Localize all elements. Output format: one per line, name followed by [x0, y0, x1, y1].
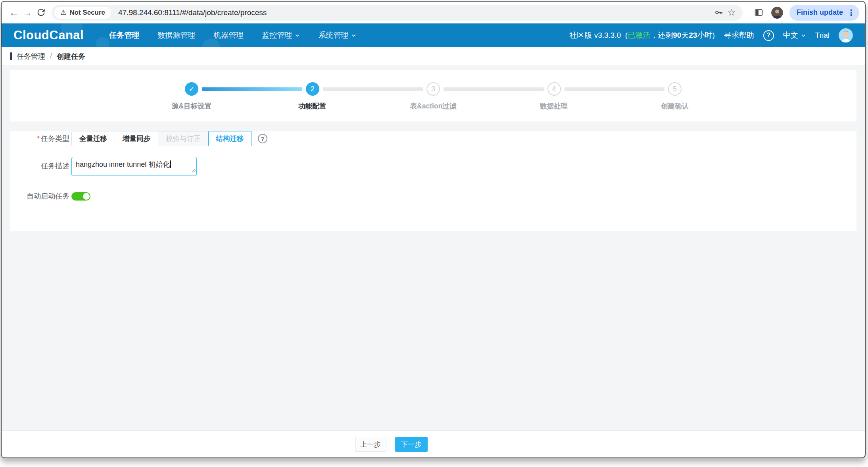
- text-caret: [170, 160, 171, 168]
- step-label-3: 表&action过滤: [410, 101, 457, 111]
- next-step-button[interactable]: 下一步: [395, 437, 428, 452]
- step-connector: [444, 87, 544, 91]
- task-description-controls: hangzhou inner tunnel 初始化: [71, 157, 197, 176]
- breadcrumb-accent-bar: [10, 52, 12, 60]
- task-type-row: *任务类型 全量迁移 增量同步 校验与订正 结构迁移 ?: [10, 131, 856, 146]
- not-secure-chip[interactable]: ⚠ Not Secure: [54, 7, 111, 19]
- step-label-1: 源&目标设置: [172, 101, 211, 111]
- decorative-circle: [96, 37, 109, 47]
- task-description-textarea[interactable]: hangzhou inner tunnel 初始化: [71, 157, 197, 176]
- task-type-incremental-sync-button[interactable]: 增量同步: [115, 131, 158, 146]
- task-type-label: *任务类型: [10, 134, 69, 143]
- browser-window: ← → ⚠ Not Secure 47.98.244.60:8111/#/dat…: [1, 1, 866, 458]
- browser-menu-icon[interactable]: ⋮: [847, 8, 855, 17]
- task-description-row: 任务描述 hangzhou inner tunnel 初始化: [10, 157, 856, 176]
- hours-remaining: 23: [689, 31, 697, 39]
- step-circle-2: 2: [306, 82, 319, 96]
- breadcrumb-current: 创建任务: [57, 52, 85, 61]
- main-content: ✓ 2 3 4 5 源&目标设置 功能配置 表&action过滤 数据处理 创建…: [2, 65, 865, 430]
- hours-unit: 小时: [697, 31, 712, 39]
- step-connector: [202, 87, 302, 91]
- stepper-track: ✓ 2 3 4 5: [185, 82, 682, 96]
- nav-item-machine-management[interactable]: 机器管理: [213, 30, 244, 41]
- chevron-down-icon: [351, 33, 356, 38]
- finish-update-label: Finish update: [797, 8, 843, 17]
- step-label-2: 功能配置: [298, 101, 326, 111]
- help-icon[interactable]: ?: [763, 30, 774, 41]
- task-type-help-icon[interactable]: ?: [258, 134, 267, 143]
- nav-item-label: 系统管理: [318, 30, 348, 41]
- edition-label: 社区版 v3.3.3.0: [569, 31, 621, 39]
- remain-label: 还剩: [658, 31, 673, 39]
- days-remaining: 90: [673, 31, 681, 39]
- browser-back-button[interactable]: ←: [7, 6, 21, 19]
- warning-icon: ⚠: [60, 8, 66, 17]
- license-info: 社区版 v3.3.3.0 (已激活，还剩90天23小时): [569, 30, 714, 41]
- cloudcanal-logo[interactable]: CloudCanal: [13, 28, 84, 42]
- task-config-form: *任务类型 全量迁移 增量同步 校验与订正 结构迁移 ? 任务描述 hangzh…: [10, 131, 856, 231]
- step-label-4: 数据处理: [540, 101, 568, 111]
- wizard-stepper: ✓ 2 3 4 5 源&目标设置 功能配置 表&action过滤 数据处理 创建…: [185, 70, 682, 111]
- task-type-button-group: 全量迁移 增量同步 校验与订正 结构迁移: [71, 131, 252, 146]
- browser-forward-button[interactable]: →: [21, 6, 34, 19]
- app-header: CloudCanal 任务管理 数据源管理 机器管理 监控管理 系统管理 社区版…: [2, 23, 865, 47]
- auto-start-toggle[interactable]: [71, 192, 90, 201]
- language-selector[interactable]: 中文: [783, 30, 806, 41]
- task-type-structure-migration-button[interactable]: 结构迁移: [208, 131, 252, 146]
- task-description-value: hangzhou inner tunnel 初始化: [76, 160, 170, 168]
- user-avatar[interactable]: [839, 28, 853, 42]
- step-circle-4: 4: [547, 82, 561, 96]
- url-text: 47.98.244.60:8111/#/data/job/create/proc…: [118, 8, 267, 17]
- bracket: ): [712, 31, 714, 39]
- chevron-down-icon: [801, 33, 806, 38]
- task-description-label: 任务描述: [10, 161, 69, 171]
- not-secure-label: Not Secure: [69, 9, 105, 17]
- step-circle-5: 5: [668, 82, 682, 96]
- breadcrumb-section[interactable]: 任务管理: [17, 52, 45, 61]
- language-label: 中文: [783, 30, 798, 41]
- stepper-card: ✓ 2 3 4 5 源&目标设置 功能配置 表&action过滤 数据处理 创建…: [10, 70, 856, 122]
- nav-item-label: 监控管理: [262, 30, 292, 41]
- nav-item-datasource-management[interactable]: 数据源管理: [157, 30, 195, 41]
- step-label-5: 创建确认: [661, 101, 689, 111]
- chevron-down-icon: [295, 33, 300, 38]
- breadcrumb-separator: /: [50, 52, 52, 60]
- step-connector: [323, 87, 423, 91]
- wizard-footer: 上一步 下一步: [2, 430, 865, 457]
- auto-start-label: 自动启动任务: [10, 191, 69, 201]
- breadcrumb: 任务管理 / 创建任务: [2, 47, 865, 65]
- textarea-resize-handle[interactable]: [192, 166, 196, 175]
- bookmark-star-icon[interactable]: ☆: [725, 6, 738, 19]
- browser-reload-button[interactable]: [34, 6, 48, 19]
- nav-item-system-management[interactable]: 系统管理: [318, 30, 356, 41]
- auto-start-controls: [71, 192, 90, 201]
- address-bar[interactable]: ⚠ Not Secure 47.98.244.60:8111/#/data/jo…: [52, 5, 743, 21]
- step-connector: [565, 87, 665, 91]
- stepper-labels: 源&目标设置 功能配置 表&action过滤 数据处理 创建确认: [185, 101, 682, 111]
- toggle-knob: [83, 193, 90, 200]
- previous-step-button[interactable]: 上一步: [355, 437, 386, 452]
- auto-start-row: 自动启动任务: [10, 191, 856, 201]
- task-type-verify-correct-button: 校验与订正: [158, 131, 209, 146]
- nav-item-monitor-management[interactable]: 监控管理: [262, 30, 300, 41]
- days-unit: 天: [681, 31, 689, 39]
- main-nav: 任务管理 数据源管理 机器管理 监控管理 系统管理: [109, 30, 356, 41]
- comma: ，: [650, 31, 658, 39]
- nav-item-task-management[interactable]: 任务管理: [109, 30, 139, 41]
- task-type-label-text: 任务类型: [41, 135, 69, 143]
- step-circle-3: 3: [426, 82, 440, 96]
- account-name[interactable]: Trial: [815, 31, 830, 40]
- seek-help-link[interactable]: 寻求帮助: [724, 30, 754, 41]
- side-panel-icon[interactable]: [752, 6, 765, 19]
- password-key-icon[interactable]: [712, 6, 725, 19]
- browser-toolbar: ← → ⚠ Not Secure 47.98.244.60:8111/#/dat…: [2, 2, 865, 23]
- footer-buttons: 上一步 下一步: [355, 437, 428, 452]
- task-type-full-migration-button[interactable]: 全量迁移: [71, 131, 115, 146]
- task-type-controls: 全量迁移 增量同步 校验与订正 结构迁移 ?: [71, 131, 267, 146]
- step-circle-1: ✓: [185, 82, 198, 96]
- header-right: 社区版 v3.3.3.0 (已激活，还剩90天23小时) 寻求帮助 ? 中文 T…: [569, 28, 853, 42]
- required-asterisk: *: [37, 135, 40, 143]
- finish-update-button[interactable]: Finish update ⋮: [789, 5, 859, 21]
- browser-profile-avatar[interactable]: [771, 7, 783, 19]
- activated-status: 已激活: [628, 31, 650, 39]
